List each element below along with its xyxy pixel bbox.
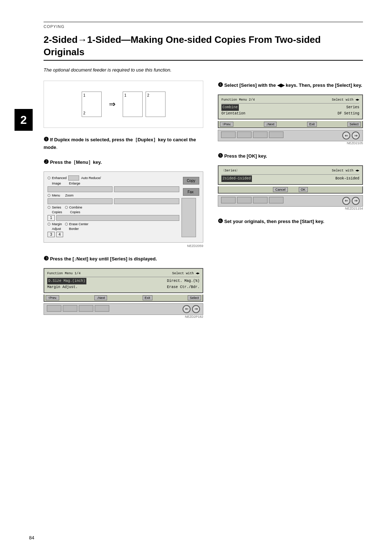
- lcd-title-2: Function Menu 2/4 Select with ◀▶: [221, 97, 359, 104]
- lcd3-select-label: Select with ◀▶: [332, 168, 359, 173]
- lcd-title-1: Function Menu 1/4 Select with ◀▶: [47, 271, 200, 277]
- main-title: 2-Sided→1-Sided—Making One-sided Copies …: [44, 34, 363, 61]
- figure-caption-3: NEZD2105: [218, 141, 363, 145]
- step-2-block: ❷ Press the［Menu］key. Enhanced Auto Redu…: [44, 158, 203, 248]
- lcd-btn-select-2: Select: [347, 122, 361, 127]
- page-number: 84: [29, 535, 34, 540]
- circle-icon-4: [65, 206, 68, 209]
- right-column: ❹ Select [Series] with the ◀▶ keys. Then…: [218, 81, 363, 325]
- figure-caption-1: NEZD2059: [44, 244, 203, 248]
- panel-rect-side: [181, 198, 196, 237]
- nav-panel-2: ⇐ ⇒: [218, 130, 363, 141]
- panel-label-zoom: Zoom: [65, 194, 74, 197]
- panel-label-menu: Menu: [52, 194, 60, 197]
- panel-rect-3: [114, 186, 179, 192]
- lcd-btn-next-1: ↓Next: [94, 295, 107, 300]
- step-4-num: ❹: [218, 82, 223, 88]
- circle-icon-1: [48, 177, 50, 179]
- subtitle: The optional document feeder is required…: [44, 66, 363, 74]
- panel-label-series: Series: [52, 206, 61, 209]
- lcd-menu-title-1: Function Menu 1/4: [47, 271, 81, 276]
- panel-row-3b: Copies Copies: [48, 210, 179, 214]
- lcd-screen-3: 〈Series〉 Select with ◀▶ 2sided→1sided Bo…: [218, 165, 363, 185]
- arrow-right-3: ⇒: [352, 197, 360, 205]
- lcd-btn-select-1: Select: [188, 295, 201, 300]
- panel-label-enhanced: Enhanced: [52, 176, 67, 180]
- panel-label-auto: Auto Reduce/: [81, 176, 101, 180]
- figure-caption-2: NEZD2P182: [44, 315, 203, 319]
- step-1-bold: If Duplex mode is selected, press the［Du…: [44, 137, 196, 150]
- lcd-row1-left: D.Size Mag.(inch): [47, 278, 86, 284]
- panel-label-adjust: Adjust: [52, 227, 61, 231]
- lcd3-row1-right: Book→1sided: [335, 176, 359, 182]
- lcd2-row1-left: Combine: [221, 104, 239, 111]
- copier-panel: Enhanced Auto Reduce/ Image Enlarge: [44, 171, 203, 243]
- lcd2-row2-right: DF Setting: [338, 111, 359, 117]
- step-3-bold: Press the [↓Next] key until [Series] is …: [50, 256, 157, 262]
- panel-row-2: Menu Zoom: [48, 194, 179, 197]
- circle-icon-5: [48, 223, 50, 226]
- lcd-title-3: 〈Series〉 Select with ◀▶: [221, 168, 359, 174]
- nav-rect-5: [221, 131, 236, 138]
- nav-rect-1: [47, 305, 61, 312]
- figure-caption-4: NEZD21154: [218, 207, 363, 210]
- step-4-block: ❹ Select [Series] with the ◀▶ keys. Then…: [218, 81, 363, 145]
- lcd-container-2: Function Menu 2/4 Select with ◀▶ Combine…: [218, 94, 363, 128]
- left-column: 1 2 ⇒ 1 2 ❶ If Duplex mode is selec: [44, 81, 203, 325]
- fax-button: Fax: [183, 188, 199, 196]
- chapter-number: 2: [15, 109, 33, 131]
- step-2-bold: Press the［Menu］key.: [50, 159, 102, 165]
- circle-icon-6: [65, 223, 68, 226]
- nav-rect-12: [269, 197, 283, 203]
- result-num-1: 1: [124, 93, 127, 97]
- lcd2-row1-right: Series: [346, 105, 359, 110]
- circle-icon-2: [48, 194, 50, 197]
- source-doc: 1 2: [82, 92, 102, 117]
- lcd-row-2-1: Combine Series: [221, 104, 359, 111]
- header-rule: [44, 22, 363, 22]
- step-6-block: ❻ Set your originals, then press the [St…: [218, 217, 363, 226]
- section-label: COPYING: [44, 24, 363, 29]
- nav-rect-2: [63, 305, 77, 312]
- lcd-screen-2: Function Menu 2/4 Select with ◀▶ Combine…: [218, 94, 363, 119]
- nav-rect-3: [79, 305, 93, 312]
- result-doc-1: 1: [123, 92, 143, 117]
- panel-label-erase: Erase Center: [69, 222, 89, 226]
- lcd-container-3: 〈Series〉 Select with ◀▶ 2sided→1sided Bo…: [218, 165, 363, 193]
- panel-rect-2: [48, 186, 113, 192]
- lcd-btn-exit-2: Exit: [307, 122, 317, 127]
- nav-rect-11: [253, 197, 268, 203]
- arrow-right-2: ⇒: [352, 131, 360, 139]
- lcd2-row2-left: Orientation: [221, 111, 245, 117]
- copy-button: Copy: [183, 177, 199, 185]
- lcd-menu-title-2: Function Menu 2/4: [221, 97, 255, 102]
- result-docs: 1 2: [123, 92, 166, 117]
- arrow-right-1: ⇒: [192, 305, 200, 313]
- lcd-row-3-1: 2sided→1sided Book→1sided: [221, 175, 359, 182]
- nav-panel-3: ⇐ ⇒: [218, 195, 363, 207]
- nav-rect-4: [95, 305, 109, 312]
- step-6-bold: Set your originals, then press the [Star…: [224, 219, 324, 224]
- nav-panel-1: ⇐ ⇒: [44, 303, 203, 315]
- step-1-num: ❶: [44, 136, 49, 142]
- panel-row-1: Enhanced Auto Reduce/: [48, 175, 179, 181]
- panel-row-1b: Image Enlarge: [48, 182, 179, 185]
- panel-rect-5: [114, 198, 179, 204]
- lcd-row-1-2: Margin Adjust. Erase Ctr./Bdr.: [47, 284, 200, 290]
- result-doc-2: 2: [146, 92, 166, 117]
- circle-icon-3: [48, 206, 50, 209]
- panel-num-1: 1: [48, 215, 55, 221]
- step-3-block: ❸ Press the [↓Next] key until [Series] i…: [44, 254, 203, 319]
- lcd-btn-prev-1: ↑Prev.: [46, 295, 59, 300]
- panel-rect-4: [48, 198, 113, 204]
- step-5-num: ❺: [218, 153, 223, 159]
- lcd-row2-right: Erase Ctr./Bdr.: [167, 284, 200, 290]
- step-2-num: ❷: [44, 159, 49, 165]
- step-6-text: ❻ Set your originals, then press the [St…: [218, 217, 363, 226]
- step-6-num: ❻: [218, 218, 223, 224]
- panel-label-copies2: Copies: [70, 210, 80, 214]
- step-3-text: ❸ Press the [↓Next] key until [Series] i…: [44, 254, 203, 263]
- lcd-row1-right: Direct. Mag.(%): [167, 278, 200, 284]
- lcd-btn-ok-3: OK: [299, 187, 308, 192]
- lcd3-row1-left: 2sided→1sided: [221, 175, 252, 182]
